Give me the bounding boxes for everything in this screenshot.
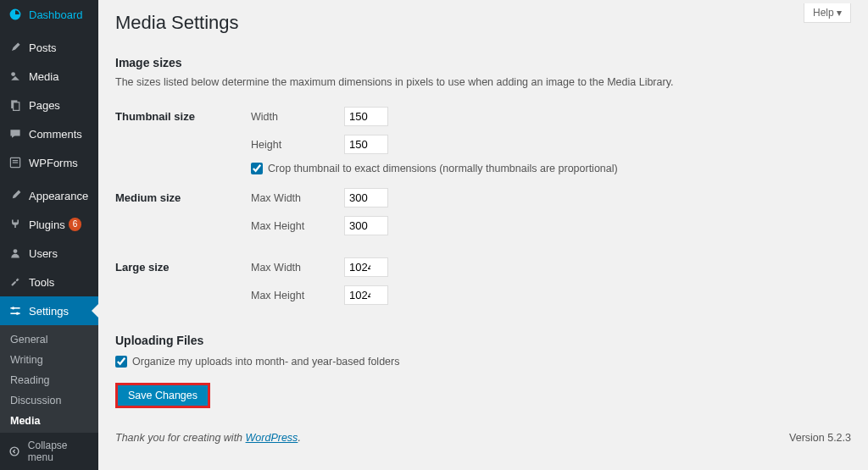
thumbnail-size-label: Thumbnail size [115, 100, 251, 181]
sidebar-label: Settings [29, 305, 69, 318]
svg-point-7 [14, 249, 18, 253]
save-changes-button[interactable]: Save Changes [115, 383, 210, 408]
settings-submenu: General Writing Reading Discussion Media… [0, 325, 98, 433]
organize-checkbox[interactable] [115, 356, 127, 368]
collapse-label: Collapse menu [28, 440, 92, 463]
medium-width-input[interactable] [344, 188, 388, 207]
svg-rect-2 [14, 102, 19, 111]
version-text: Version 5.2.3 [789, 432, 851, 444]
sidebar-item-media[interactable]: Media [0, 62, 98, 91]
sidebar-item-plugins[interactable]: Plugins 6 [0, 210, 98, 239]
height-label: Height [251, 139, 344, 151]
sidebar-label: Posts [29, 41, 57, 54]
sidebar-item-pages[interactable]: Pages [0, 91, 98, 119]
section-uploading: Uploading Files [115, 334, 851, 347]
form-table: Thumbnail size Width Height Crop thumbna… [115, 100, 851, 320]
comments-icon [7, 125, 24, 142]
svg-point-12 [10, 447, 19, 456]
sidebar-label: Comments [29, 128, 82, 141]
content-area: Help ▾ Media Settings Image sizes The si… [98, 0, 868, 470]
maxheight-label: Max Height [251, 290, 344, 301]
wpforms-icon [7, 154, 24, 171]
collapse-icon [7, 443, 23, 460]
section-image-sizes: Image sizes [115, 56, 851, 69]
wordpress-link[interactable]: WordPress [246, 432, 298, 444]
medium-size-label: Medium size [115, 181, 251, 251]
medium-height-input[interactable] [344, 216, 388, 235]
dashboard-icon [7, 6, 24, 23]
sidebar-label: Plugins [29, 218, 65, 231]
svg-point-0 [11, 72, 15, 76]
wrench-icon [7, 274, 24, 290]
brush-icon [7, 187, 24, 204]
sizes-description: The sizes listed below determine the max… [115, 76, 851, 88]
sidebar-label: Media [29, 70, 58, 83]
sidebar-label: Tools [29, 276, 54, 289]
crop-checkbox[interactable] [251, 163, 263, 174]
organize-label: Organize my uploads into month- and year… [132, 356, 399, 368]
plug-icon [7, 216, 24, 233]
maxheight-label: Max Height [251, 220, 344, 232]
large-width-input[interactable] [344, 257, 388, 277]
pin-icon [7, 39, 24, 56]
admin-sidebar: Dashboard Posts Media Pages Comments W [0, 0, 98, 470]
submenu-writing[interactable]: Writing [0, 350, 98, 370]
svg-point-9 [12, 307, 14, 309]
width-label: Width [251, 111, 344, 123]
pages-icon [7, 97, 24, 113]
thumbnail-height-input[interactable] [344, 135, 388, 154]
submenu-discussion[interactable]: Discussion [0, 390, 98, 411]
large-size-label: Large size [115, 251, 251, 320]
sidebar-label: Appearance [29, 190, 88, 202]
sidebar-item-wpforms[interactable]: WPForms [0, 148, 98, 177]
sidebar-item-tools[interactable]: Tools [0, 268, 98, 296]
maxwidth-label: Max Width [251, 192, 344, 204]
submenu-media[interactable]: Media [0, 411, 98, 431]
sidebar-label: Users [29, 247, 58, 260]
media-icon [7, 68, 24, 85]
large-height-input[interactable] [344, 285, 388, 305]
submenu-general[interactable]: General [0, 329, 98, 350]
sidebar-item-dashboard[interactable]: Dashboard [0, 0, 98, 29]
svg-point-11 [16, 312, 19, 315]
submenu-reading[interactable]: Reading [0, 370, 98, 390]
footer: Thank you for creating with WordPress. V… [115, 432, 851, 454]
crop-label: Crop thumbnail to exact dimensions (norm… [268, 163, 618, 174]
thumbnail-width-input[interactable] [344, 107, 388, 126]
user-icon [7, 245, 24, 262]
sidebar-item-appearance[interactable]: Appearance [0, 181, 98, 210]
sliders-icon [7, 302, 24, 319]
sidebar-item-posts[interactable]: Posts [0, 33, 98, 62]
help-tab[interactable]: Help ▾ [804, 3, 851, 23]
sidebar-label: Pages [29, 99, 60, 112]
sidebar-item-comments[interactable]: Comments [0, 119, 98, 148]
sidebar-item-settings[interactable]: Settings [0, 296, 98, 325]
sidebar-label: Dashboard [29, 8, 83, 21]
collapse-menu[interactable]: Collapse menu [0, 433, 98, 470]
sidebar-label: WPForms [29, 157, 78, 169]
update-badge: 6 [69, 218, 82, 231]
maxwidth-label: Max Width [251, 262, 344, 274]
footer-thanks: Thank you for creating with [115, 432, 246, 444]
sidebar-item-users[interactable]: Users [0, 239, 98, 268]
page-title: Media Settings [115, 0, 851, 42]
